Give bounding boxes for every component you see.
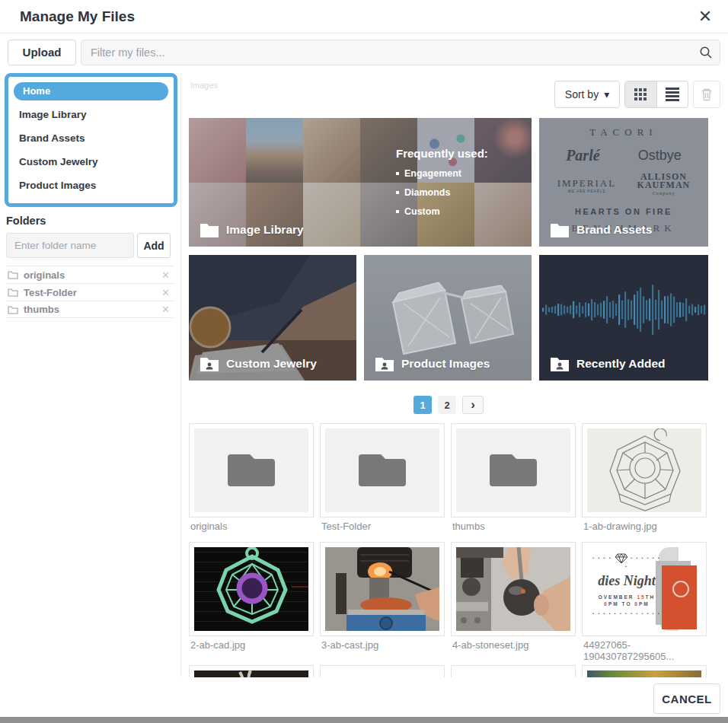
sidebar-item-brand-assets[interactable]: Brand Assets: [8, 126, 174, 149]
folder-outline-icon: [8, 305, 18, 314]
folders-heading: Folders: [6, 215, 46, 227]
file-tile-originals[interactable]: [189, 423, 314, 518]
file-label: 1-ab-drawing.jpg: [583, 521, 713, 532]
frequently-used-item[interactable]: Diamonds: [404, 187, 450, 198]
folder-icon: [353, 448, 412, 492]
brand-logo-hearts-on-fire: HEARTS ON FIRE: [539, 207, 708, 216]
next-page-button[interactable]: ›: [462, 396, 484, 414]
grid-icon: [634, 88, 647, 100]
sort-by-button[interactable]: Sort by ▾: [554, 81, 620, 108]
sort-by-label: Sort by: [565, 88, 599, 100]
file-label: originals: [190, 521, 320, 532]
brand-logo-tacori: TACORI: [539, 126, 708, 139]
remove-folder-icon[interactable]: ✕: [161, 287, 170, 298]
shared-folder-icon: [550, 356, 570, 371]
folder-row[interactable]: Test-Folder ✕: [6, 283, 174, 301]
stone-setting-thumbnail: [456, 547, 570, 631]
shared-folder-icon: [375, 356, 394, 371]
sidebar-item-custom-jewelry[interactable]: Custom Jewelry: [8, 149, 174, 173]
folder-row[interactable]: originals ✕: [6, 266, 174, 283]
file-tile-test-folder[interactable]: [320, 423, 445, 518]
brand-logo-imperial: IMPERIALWE ARE PEARLS: [557, 177, 616, 193]
folder-icon: [222, 448, 281, 492]
folder-icon: [550, 222, 570, 237]
folder-icon: [200, 222, 219, 237]
folder-row[interactable]: thumbs ✕: [6, 301, 174, 318]
folder-row-label: originals: [24, 269, 65, 281]
file-label: 44927065-190430787295605...: [583, 639, 713, 662]
close-icon[interactable]: ✕: [693, 5, 717, 29]
pendant-drawing-thumbnail: [587, 428, 701, 512]
featured-tile-recently-added[interactable]: Recently Added: [539, 255, 708, 381]
list-view-button[interactable]: [656, 81, 688, 107]
file-label: 3-ab-cast.jpg: [321, 639, 451, 651]
file-tile-stoneset[interactable]: [451, 542, 576, 636]
add-folder-button[interactable]: Add: [137, 233, 171, 258]
list-icon: [666, 86, 679, 103]
file-label: 2-ab-cad.jpg: [190, 639, 320, 651]
brand-logo-parle: Parlé: [566, 147, 599, 164]
frequently-used-item[interactable]: Engagement: [404, 168, 461, 179]
featured-tile-image-library[interactable]: Frequently used: Engagement Diamonds Cus…: [189, 118, 532, 247]
dialog-footer: CANCEL: [0, 677, 728, 717]
flyer-title: dies Night: [592, 573, 662, 589]
casting-photo-thumbnail: [325, 547, 439, 631]
dialog-title: Manage My Files: [20, 0, 135, 33]
dialog-header: Manage My Files ✕: [0, 0, 728, 33]
featured-tile-label: Recently Added: [576, 357, 666, 371]
trash-icon: [701, 88, 713, 101]
folder-name-input[interactable]: [6, 233, 134, 258]
section-label: Images: [190, 81, 218, 90]
upload-button[interactable]: Upload: [8, 40, 76, 65]
sidebar-item-image-library[interactable]: Image Library: [8, 102, 174, 126]
bullet-icon: [396, 210, 399, 213]
cad-render-thumbnail: [194, 547, 308, 631]
delete-button[interactable]: [693, 81, 720, 108]
bullet-icon: [396, 172, 399, 175]
manage-files-dialog: Manage My Files ✕ Upload Home Image Libr…: [0, 0, 728, 723]
file-tile-cast[interactable]: [320, 542, 445, 636]
shared-folder-icon: [200, 356, 219, 371]
grid-view-button[interactable]: [625, 81, 656, 107]
view-toggle: [624, 81, 688, 108]
brand-logo-allison-kaufman: ALLISONKAUFMANCompany: [637, 173, 691, 198]
view-controls: Sort by ▾: [554, 81, 720, 108]
sidebar-divider: [180, 73, 181, 677]
folder-row-label: Test-Folder: [24, 287, 77, 298]
sidebar-nav: Home Image Library Brand Assets Custom J…: [5, 73, 177, 207]
sidebar-item-product-images[interactable]: Product Images: [8, 173, 174, 196]
remove-folder-icon[interactable]: ✕: [161, 304, 170, 315]
file-tile-thumbs[interactable]: [451, 423, 576, 518]
sidebar-item-home[interactable]: Home: [14, 82, 168, 100]
featured-tile-brand-assets[interactable]: TACORI Parlé Ostbye IMPERIALWE ARE PEARL…: [539, 118, 708, 247]
filter-field-wrap: [81, 40, 720, 65]
file-tile-drawing[interactable]: [582, 423, 707, 518]
featured-tile-custom-jewelry[interactable]: Custom Jewelry: [189, 255, 356, 381]
frequently-used-block: Frequently used: Engagement Diamonds Cus…: [396, 147, 488, 217]
page-button-2[interactable]: 2: [438, 396, 456, 414]
brand-logo-ostbye: Ostbye: [638, 148, 682, 164]
featured-tile-product-images[interactable]: Product Images: [364, 255, 532, 381]
featured-tile-label: Brand Assets: [576, 223, 652, 237]
folder-list: originals ✕ Test-Folder ✕ thumbs ✕: [6, 266, 174, 318]
filter-input[interactable]: [81, 40, 720, 65]
ladies-night-flyer-thumbnail: • • • • • • • • • • • dies Night OVEMBER…: [587, 547, 701, 631]
remove-folder-icon[interactable]: ✕: [161, 269, 170, 281]
frequently-used-title: Frequently used:: [396, 147, 488, 160]
search-icon: [699, 46, 713, 59]
page-button-1[interactable]: 1: [413, 396, 432, 414]
folder-outline-icon: [8, 288, 18, 297]
featured-tile-label: Custom Jewelry: [226, 357, 317, 371]
file-label: 4-ab-stoneset.jpg: [452, 639, 582, 651]
cancel-button[interactable]: CANCEL: [653, 683, 720, 714]
pagination: 1 2 ›: [189, 396, 708, 414]
file-tile-flyer[interactable]: • • • • • • • • • • • dies Night OVEMBER…: [582, 542, 707, 636]
file-tile-cad[interactable]: [189, 542, 314, 636]
folder-row-label: thumbs: [24, 304, 59, 315]
bullet-icon: [396, 191, 399, 194]
chevron-down-icon: ▾: [604, 88, 609, 100]
folder-icon: [484, 448, 543, 492]
frequently-used-item[interactable]: Custom: [404, 206, 440, 217]
chevron-right-icon: ›: [471, 397, 475, 412]
folder-outline-icon: [8, 270, 18, 279]
